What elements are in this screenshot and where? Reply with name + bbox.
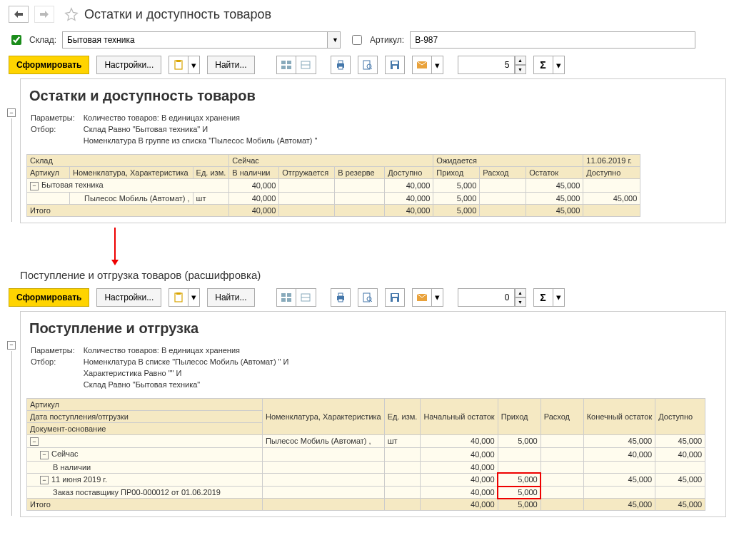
clipboard-icon: [174, 60, 183, 70]
arrow-left-icon: [14, 11, 23, 18]
row-toggle[interactable]: −: [40, 451, 49, 459]
levels-input[interactable]: [458, 56, 515, 74]
sum-button-2[interactable]: Σ: [533, 288, 553, 307]
sigma-icon: Σ: [540, 59, 546, 71]
col-article: Артикул: [27, 167, 70, 179]
svg-rect-2: [281, 61, 286, 64]
settings-button[interactable]: Настройки...: [96, 56, 161, 74]
row-toggle[interactable]: −: [40, 476, 49, 484]
col-date: 11.06.2019 г.: [583, 155, 640, 167]
warehouse-select[interactable]: ▼: [62, 31, 341, 49]
levels-input-2[interactable]: [458, 288, 515, 307]
sum-dropdown[interactable]: ▾: [553, 56, 565, 74]
col-date-line: Дата поступления/отгрузки: [27, 410, 263, 422]
save-button-2[interactable]: [385, 288, 405, 307]
variant-dropdown[interactable]: ▾: [188, 56, 200, 74]
report-2: − Поступление и отгрузка Параметры:Колич…: [0, 311, 729, 518]
warehouse-label: Склад:: [29, 35, 56, 45]
report-1: − Остатки и доступность товаров Параметр…: [0, 78, 729, 223]
tree-collapse-main[interactable]: −: [7, 108, 16, 117]
col-doc-line: Документ-основание: [27, 422, 263, 434]
variant-dropdown-2[interactable]: ▾: [188, 288, 200, 307]
svg-rect-23: [287, 298, 291, 302]
find-button-2[interactable]: Найти...: [207, 288, 254, 307]
total-row: Итого 40,000 5,000 45,000 45,000: [27, 499, 705, 511]
arrow-right-icon: [40, 11, 49, 18]
table-row[interactable]: Заказ поставщику ПР00-000012 от 01.06.20…: [27, 487, 705, 499]
warehouse-checkbox[interactable]: [11, 35, 21, 45]
article-checkbox[interactable]: [352, 35, 362, 45]
col-expected: Ожидается: [433, 155, 583, 167]
expand-button[interactable]: [276, 56, 296, 74]
collapse-icon: [301, 293, 311, 302]
table-row[interactable]: Пылесос Мобиль (Автомат) , шт 40,000 40,…: [27, 192, 640, 204]
tree-collapse-main-2[interactable]: −: [7, 341, 16, 350]
print-button-2[interactable]: [331, 288, 351, 307]
levels-stepper-2[interactable]: ▲ ▼: [515, 288, 526, 307]
preview-button-2[interactable]: [358, 288, 378, 307]
envelope-icon: [417, 294, 427, 301]
clipboard-icon: [174, 292, 183, 302]
generate-button[interactable]: Сформировать: [9, 56, 89, 74]
find-button[interactable]: Найти...: [207, 56, 254, 74]
top-header: Остатки и доступность товаров: [0, 0, 729, 29]
table-row[interactable]: −Сейчас 40,000 40,000 40,000: [27, 448, 705, 462]
table-row[interactable]: −Бытовая техника 40,000 40,000 5,000 45,…: [27, 179, 640, 193]
article-input[interactable]: [410, 31, 695, 49]
table-row[interactable]: − Пылесос Мобиль (Автомат) , шт 40,000 5…: [27, 434, 705, 448]
print-button[interactable]: [331, 56, 351, 74]
star-icon[interactable]: [64, 7, 79, 21]
expand-button-2[interactable]: [276, 288, 296, 307]
warehouse-dropdown-btn[interactable]: ▼: [327, 32, 340, 48]
svg-rect-21: [287, 293, 291, 297]
email-button[interactable]: [412, 56, 432, 74]
save-button[interactable]: [385, 56, 405, 74]
stepper-up[interactable]: ▲: [515, 56, 526, 65]
report-2-grid[interactable]: Артикул Номенклатура, Характеристика Ед.…: [26, 398, 705, 511]
nav-forward-button[interactable]: [34, 6, 54, 23]
variant-button[interactable]: [169, 56, 188, 74]
sum-button[interactable]: Σ: [533, 56, 553, 74]
col-instock: В наличии: [229, 167, 279, 179]
printer-icon: [336, 292, 346, 302]
variant-button-2[interactable]: [169, 288, 188, 307]
email-button-2[interactable]: [412, 288, 432, 307]
report-1-title: Остатки и доступность товаров: [29, 88, 720, 104]
svg-rect-22: [281, 298, 286, 302]
stepper-down[interactable]: ▼: [515, 65, 526, 74]
svg-rect-5: [287, 66, 291, 69]
col-end-balance: Конечный остаток: [583, 398, 655, 434]
stepper-down-2[interactable]: ▼: [515, 297, 526, 307]
svg-rect-9: [338, 61, 343, 63]
svg-rect-20: [281, 293, 286, 297]
row-toggle[interactable]: −: [30, 437, 39, 446]
tree-gutter-1: −: [3, 78, 20, 223]
collapse-button[interactable]: [296, 56, 316, 74]
detail-title: Поступление и отгрузка товаров (расшифро…: [20, 269, 729, 281]
toolbar-1: Сформировать Настройки... ▾ Найти... ▾ ▲…: [0, 51, 729, 78]
col-available2: Доступно: [583, 167, 640, 179]
toolbar-2: Сформировать Настройки... ▾ Найти... ▾ ▲…: [0, 284, 729, 311]
table-row[interactable]: В наличии 40,000: [27, 461, 705, 473]
email-dropdown[interactable]: ▾: [432, 56, 443, 74]
arrow-indicator: [114, 228, 116, 263]
row-toggle[interactable]: −: [30, 182, 39, 190]
table-row[interactable]: −11 июня 2019 г. 40,000 5,000 45,000 45,…: [27, 473, 705, 487]
nav-back-button[interactable]: [9, 6, 29, 23]
report-1-grid[interactable]: Склад Сейчас Ожидается 11.06.2019 г. Арт…: [26, 154, 640, 217]
svg-rect-11: [363, 61, 370, 69]
expand-icon: [281, 61, 291, 69]
svg-rect-10: [338, 66, 343, 69]
settings-button-2[interactable]: Настройки...: [96, 288, 161, 307]
levels-stepper[interactable]: ▲ ▼: [515, 56, 526, 74]
warehouse-input[interactable]: [63, 32, 327, 48]
email-dropdown-2[interactable]: ▾: [432, 288, 443, 307]
sum-dropdown-2[interactable]: ▾: [553, 288, 565, 307]
page-title: Остатки и доступность товаров: [84, 7, 271, 22]
stepper-up-2[interactable]: ▲: [515, 288, 526, 297]
svg-rect-4: [281, 66, 286, 69]
preview-button[interactable]: [358, 56, 378, 74]
generate-button-2[interactable]: Сформировать: [9, 288, 89, 307]
svg-line-31: [371, 300, 372, 302]
collapse-button-2[interactable]: [296, 288, 316, 307]
